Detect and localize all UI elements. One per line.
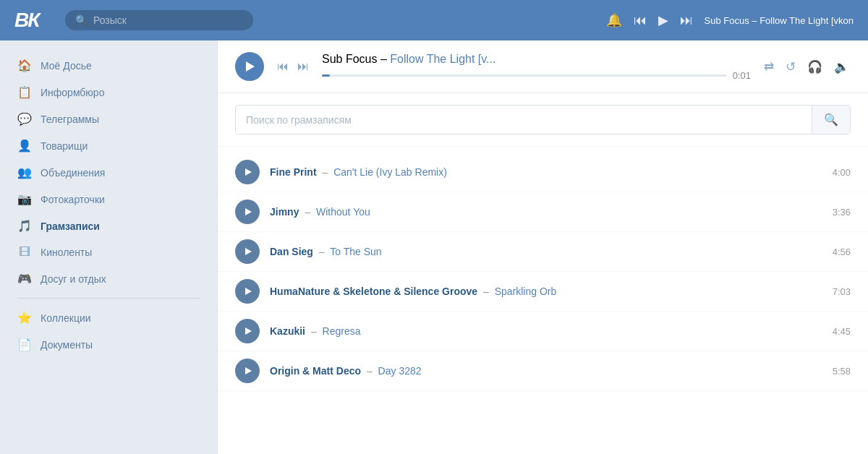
player-track-title: Sub Focus – Follow The Light [v... (322, 53, 751, 66)
sidebar-item-telegrams[interactable]: 💬 Телеграммы (0, 106, 217, 132)
shuffle-button[interactable]: ⇄ (762, 58, 775, 76)
sidebar-label-my-file: Моё Досье (41, 60, 92, 72)
player-prev-button[interactable]: ⏮ (276, 59, 290, 74)
navbar-search-input[interactable] (93, 14, 243, 26)
sidebar-item-comrades[interactable]: 👤 Товарищи (0, 132, 217, 159)
next-icon[interactable]: ⏭ (680, 13, 693, 28)
track-dash-0: – (322, 166, 328, 178)
sidebar-item-my-file[interactable]: 🏠 Моё Досье (0, 52, 217, 79)
navbar-player-info: Sub Focus – Follow The Light [vkon (705, 15, 854, 26)
sidebar-label-movies: Киноленты (41, 247, 92, 258)
sidebar-label-comrades: Товарищи (41, 140, 88, 152)
track-name-1: Without You (316, 206, 370, 218)
film-icon: 🎞 (17, 246, 32, 259)
star-icon: ⭐ (17, 311, 32, 325)
sidebar-item-leisure[interactable]: 🎮 Досуг и отдых (0, 265, 217, 292)
play-icon-5 (245, 367, 252, 374)
track-info-3: HumaNature & Skeletone & Silence Groove … (270, 286, 814, 297)
sidebar-label-photos: Фотокарточки (41, 194, 105, 205)
repeat-button[interactable]: ↺ (784, 58, 797, 76)
player-progress-fill (322, 74, 330, 77)
track-dash-4: – (311, 325, 317, 337)
track-name-4: Regresa (323, 325, 361, 337)
track-item: Origin & Matt Deco – Day 3282 5:58 (218, 351, 868, 391)
music-search-input[interactable] (236, 107, 812, 133)
news-icon: 📋 (17, 85, 32, 99)
navbar-actions: 🔔 ⏮ ▶ ⏭ Sub Focus – Follow The Light [vk… (606, 12, 854, 28)
track-name-3: Sparkling Orb (495, 286, 557, 297)
track-artist-5: Origin & Matt Deco (270, 365, 361, 377)
play-icon-nav[interactable]: ▶ (658, 12, 668, 28)
sidebar-label-telegrams: Телеграммы (41, 113, 99, 125)
player-track-name: Follow The Light [v... (390, 53, 495, 65)
track-artist-4: Kazukii (270, 325, 305, 337)
track-info-4: Kazukii – Regresa (270, 325, 814, 337)
sidebar-item-music[interactable]: 🎵 Грамзаписи (0, 213, 217, 239)
track-list: Fine Print – Can't Lie (Ivy Lab Remix) 4… (218, 147, 868, 397)
bell-icon[interactable]: 🔔 (606, 12, 622, 28)
track-dash-3: – (483, 286, 489, 297)
player-bar: ⏮ ⏭ Sub Focus – Follow The Light [v... 0… (218, 40, 868, 93)
track-play-button-0[interactable] (235, 160, 260, 184)
group-icon: 👥 (17, 166, 32, 179)
prev-icon[interactable]: ⏮ (634, 13, 647, 28)
sidebar-item-news[interactable]: 📋 Информбюро (0, 79, 217, 106)
sidebar-item-photos[interactable]: 📷 Фотокарточки (0, 186, 217, 213)
vk-logo[interactable]: ВК (14, 9, 51, 32)
main-content: ⏮ ⏭ Sub Focus – Follow The Light [v... 0… (217, 40, 868, 454)
track-name-2: To The Sun (330, 246, 381, 257)
track-item: Jimny – Without You 3:36 (218, 192, 868, 232)
track-item: Dan Sieg – To The Sun 4:56 (218, 232, 868, 272)
sidebar-label-collections: Коллекции (41, 312, 91, 324)
music-search-bar: 🔍 (235, 105, 851, 134)
music-search-button[interactable]: 🔍 (812, 106, 850, 134)
track-name-5: Day 3282 (378, 365, 422, 377)
sidebar-label-documents: Документы (41, 339, 93, 351)
sidebar-divider (17, 298, 200, 299)
home-icon: 🏠 (17, 59, 32, 72)
track-artist-0: Fine Print (270, 166, 317, 178)
track-dash-2: – (319, 246, 325, 257)
track-dash-1: – (305, 206, 310, 218)
play-triangle-icon (246, 61, 255, 72)
track-play-button-1[interactable] (235, 200, 260, 224)
play-icon-0 (245, 168, 252, 176)
track-play-button-5[interactable] (235, 359, 260, 383)
player-artist: Sub Focus (322, 53, 377, 65)
player-next-button[interactable]: ⏭ (296, 59, 310, 74)
play-icon-2 (245, 248, 252, 255)
sidebar-item-collections[interactable]: ⭐ Коллекции (0, 304, 217, 331)
player-time: 0:01 (733, 70, 751, 81)
track-duration-1: 3:36 (825, 207, 851, 218)
camera-icon: 📷 (17, 192, 32, 206)
track-play-button-4[interactable] (235, 319, 260, 343)
person-icon: 👤 (17, 139, 32, 153)
layout: 🏠 Моё Досье 📋 Информбюро 💬 Телеграммы 👤 … (0, 40, 868, 454)
play-icon-3 (245, 288, 252, 295)
play-icon-1 (245, 208, 252, 215)
player-controls-right: ⇄ ↺ 🎧 🔈 (762, 58, 851, 76)
navbar: ВК 🔍 🔔 ⏮ ▶ ⏭ Sub Focus – Follow The Ligh… (0, 0, 868, 40)
player-progress-container: 0:01 (322, 70, 751, 81)
sidebar-item-unions[interactable]: 👥 Объединения (0, 159, 217, 186)
player-play-button[interactable] (235, 52, 264, 81)
headphones-button[interactable]: 🎧 (806, 58, 824, 76)
sidebar-item-movies[interactable]: 🎞 Киноленты (0, 239, 217, 265)
track-name-0: Can't Lie (Ivy Lab Remix) (333, 166, 447, 178)
sidebar-label-leisure: Досуг и отдых (41, 273, 106, 285)
play-icon-4 (245, 327, 252, 335)
player-dash: – (380, 53, 387, 65)
chat-icon: 💬 (17, 112, 32, 126)
navbar-search-container: 🔍 (65, 10, 253, 30)
track-play-button-2[interactable] (235, 239, 260, 264)
sidebar-item-documents[interactable]: 📄 Документы (0, 331, 217, 358)
player-progress-bar[interactable] (322, 74, 727, 77)
sidebar: 🏠 Моё Досье 📋 Информбюро 💬 Телеграммы 👤 … (0, 40, 217, 454)
track-play-button-3[interactable] (235, 279, 260, 304)
volume-button[interactable]: 🔈 (833, 58, 851, 76)
doc-icon: 📄 (17, 338, 32, 351)
sidebar-label-unions: Объединения (41, 167, 105, 179)
player-track-info: Sub Focus – Follow The Light [v... 0:01 (322, 53, 751, 81)
track-artist-3: HumaNature & Skeletone & Silence Groove (270, 286, 477, 297)
track-info-1: Jimny – Without You (270, 206, 814, 218)
